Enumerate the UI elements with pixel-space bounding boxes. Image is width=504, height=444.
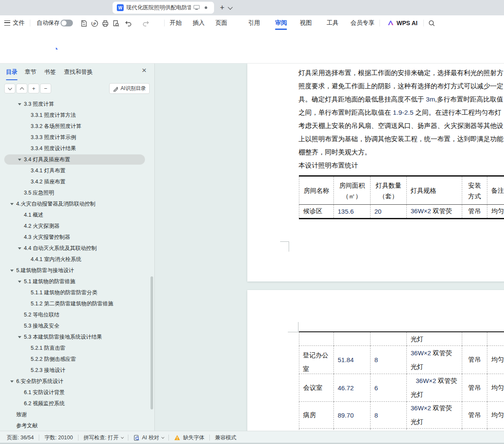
toc-item[interactable]: 4.2 火灾探测器: [0, 221, 150, 232]
tab-list-chevron-icon[interactable]: [228, 5, 232, 9]
close-icon[interactable]: ×: [140, 66, 148, 75]
menu-tab-reference[interactable]: 引用: [248, 15, 260, 31]
new-tab-button[interactable]: +: [218, 3, 226, 12]
export-pdf-button[interactable]: P: [90, 19, 98, 27]
undo-button[interactable]: [124, 19, 132, 27]
toc-item-label: 5.建筑物防雷与接地设计: [16, 267, 74, 274]
menu-tab-start[interactable]: 开始: [170, 15, 182, 31]
toc-item-label: 4.火灾自动报警器及消防联动控制: [16, 200, 95, 208]
toc-item[interactable]: 6.安全防护系统设计: [0, 376, 150, 387]
toc-item[interactable]: 5.2 等电位联结: [0, 309, 150, 320]
toc-item[interactable]: 4.4 自动灭火系统及其联动控制: [0, 243, 150, 254]
toc-item[interactable]: 3.5 应急照明: [0, 187, 150, 198]
toc-item[interactable]: 参考文献: [0, 420, 150, 429]
lighting-table-page2[interactable]: 光灯 登记办公室 51.84 8 36W×2 双管荧光灯 管吊 均匀 会议室 4…: [299, 331, 504, 431]
menu-tab-insert[interactable]: 插入: [193, 15, 205, 31]
toc-expand-arrow-icon[interactable]: [18, 336, 21, 338]
tab-document-active[interactable]: W 现代化医院照明供配电防雷及: [113, 2, 214, 14]
toc-item-label: 4.3 火灾报警控制器: [24, 234, 70, 241]
monitor-icon[interactable]: [194, 5, 200, 10]
col-header-spec: 灯具规格: [407, 177, 462, 205]
toc-expand-arrow-icon[interactable]: [10, 270, 14, 272]
paragraph-line: 照度要求，避免工作面上的阴影，这种有选择的布灯方式可以减少一定: [298, 79, 504, 93]
toc-zoom-out-button[interactable]: −: [40, 84, 51, 93]
print-button[interactable]: [101, 19, 109, 27]
sidebar-tab-contents[interactable]: 目录: [6, 68, 17, 76]
print-preview-button[interactable]: [112, 19, 120, 27]
file-menu[interactable]: 文件: [4, 15, 25, 31]
toc-item[interactable]: 3.4.2 插座布置: [0, 176, 150, 187]
table-cell: 均匀: [487, 402, 504, 429]
wps-ai-icon: [387, 20, 394, 26]
col-header-count: 灯具数量（套）: [371, 177, 407, 205]
toc-item[interactable]: 5.1 建筑物的防雷措施: [0, 276, 150, 287]
spellcheck-status[interactable]: 拼写检查: 打开: [84, 434, 123, 441]
toc-expand-arrow-icon[interactable]: [10, 380, 14, 383]
toc-item[interactable]: 3.3.3 照度计算示例: [0, 132, 150, 143]
toc-item[interactable]: 4.1 概述: [0, 209, 150, 221]
table-cell: [334, 332, 371, 346]
menu-tab-view[interactable]: 视图: [300, 15, 312, 31]
menu-tab-tools[interactable]: 工具: [327, 15, 339, 31]
toc-item[interactable]: 3.3.2 各场所照度计算: [0, 121, 150, 132]
divider: [164, 20, 165, 26]
search-icon[interactable]: [428, 19, 436, 27]
toc-item[interactable]: 3.3 照度计算: [0, 101, 150, 110]
toc-item[interactable]: 5.2.1 防直击雷: [0, 342, 150, 354]
toc-item[interactable]: 3.3.4 照度设计结果: [0, 143, 150, 154]
document-page-2[interactable]: 光灯 登记办公室 51.84 8 36W×2 双管荧光灯 管吊 均匀 会议室 4…: [247, 290, 504, 431]
paragraph-line: 棚整齐，同时美观大方。: [298, 145, 371, 159]
lighting-table-page1[interactable]: 房间名称 房间面积（㎡） 灯具数量（套） 灯具规格 安装方式 备注 候诊区 13…: [299, 175, 504, 219]
redo-button[interactable]: [142, 19, 150, 27]
toc-expand-all-button[interactable]: [16, 84, 27, 93]
toc-item[interactable]: 5.1.1 建筑物的防雷防雷分类: [0, 287, 150, 298]
status-bar: 页面: 36/54 字数: 20100 拼写检查: 打开 AI 校对 缺失字体 …: [0, 431, 504, 444]
menu-tab-page[interactable]: 页面: [215, 15, 227, 31]
toc-item[interactable]: 4.4.1 室内消火栓系统: [0, 254, 150, 265]
sidebar-tab-chapters[interactable]: 章节: [25, 68, 36, 76]
toc-item[interactable]: 3.4.1 灯具布置: [0, 165, 150, 176]
ai-proofread-status[interactable]: AI 校对: [133, 434, 163, 441]
document-page-1[interactable]: 灯具采用选择布置，根据工作面的安排来确定，选择最有利光的照射方 照度要求，避免工…: [247, 64, 504, 281]
toc-item[interactable]: 6.1 安防设计背景: [0, 387, 150, 398]
toc-item[interactable]: 5.2.3 接地设计: [0, 365, 150, 376]
toc-item[interactable]: 5.1.2 第二类防雷建筑物的防雷措施: [0, 298, 150, 309]
wps-window: W WPS Office 找稻壳模板 W 现代化医院照明供配电防雷及 + 文件 …: [0, 0, 504, 444]
page-indicator[interactable]: 页面: 36/54: [7, 434, 34, 441]
table-cell: 6: [371, 374, 407, 402]
toc-expand-arrow-icon[interactable]: [18, 159, 21, 161]
autosave-toggle[interactable]: [61, 20, 73, 26]
toc-expand-arrow-icon[interactable]: [18, 247, 21, 250]
toc-item[interactable]: 6.2 视频监控系统: [0, 398, 150, 409]
file-menu-label: 文件: [13, 19, 25, 27]
word-count-indicator[interactable]: 字数: 20100: [44, 434, 73, 441]
sidebar-tab-bookmarks[interactable]: 书签: [44, 68, 56, 76]
sidebar-tab-find-replace[interactable]: 查找和替换: [64, 68, 93, 76]
toc-item[interactable]: 3.4 灯具及插座布置: [0, 154, 150, 165]
toc-item[interactable]: 4.3 火灾报警控制器: [0, 232, 150, 243]
toc-expand-arrow-icon[interactable]: [18, 103, 21, 105]
compat-mode-indicator[interactable]: 兼容模式: [215, 434, 236, 441]
toc-expand-arrow-icon[interactable]: [18, 281, 21, 283]
toc-zoom-in-button[interactable]: +: [28, 84, 39, 93]
ai-recognize-toc-button[interactable]: AI识别目录: [109, 83, 150, 94]
menu-tab-member[interactable]: 会员专享: [350, 15, 374, 31]
menu-tab-review[interactable]: 审阅: [275, 15, 287, 31]
toc-expand-arrow-icon[interactable]: [10, 203, 14, 205]
wps-ai-label: WPS AI: [397, 20, 417, 26]
toc-item[interactable]: 5.2.2 防侧击感应雷: [0, 354, 150, 365]
toc-item[interactable]: 3.3.1 照度计算方法: [0, 110, 150, 121]
table-cell: 管吊: [462, 346, 487, 374]
sidebar-scrollbar[interactable]: [151, 276, 153, 409]
wps-ai-button[interactable]: WPS AI: [387, 15, 417, 31]
toc-item[interactable]: 4.火灾自动报警器及消防联动控制: [0, 198, 150, 209]
toc-item[interactable]: 致谢: [0, 409, 150, 420]
missing-font-warning[interactable]: 缺失字体: [174, 434, 204, 441]
toc-item[interactable]: 5.3 本建筑防雷接地系统设计结果: [0, 331, 150, 342]
toc-collapse-all-button[interactable]: [4, 84, 15, 93]
divider: [39, 435, 39, 441]
toc-item[interactable]: 5.3 接地及安全: [0, 320, 150, 331]
save-button[interactable]: [80, 19, 88, 27]
toc-item-label: 3.3.3 照度计算示例: [31, 134, 76, 141]
toc-item[interactable]: 5.建筑物防雷与接地设计: [0, 265, 150, 276]
